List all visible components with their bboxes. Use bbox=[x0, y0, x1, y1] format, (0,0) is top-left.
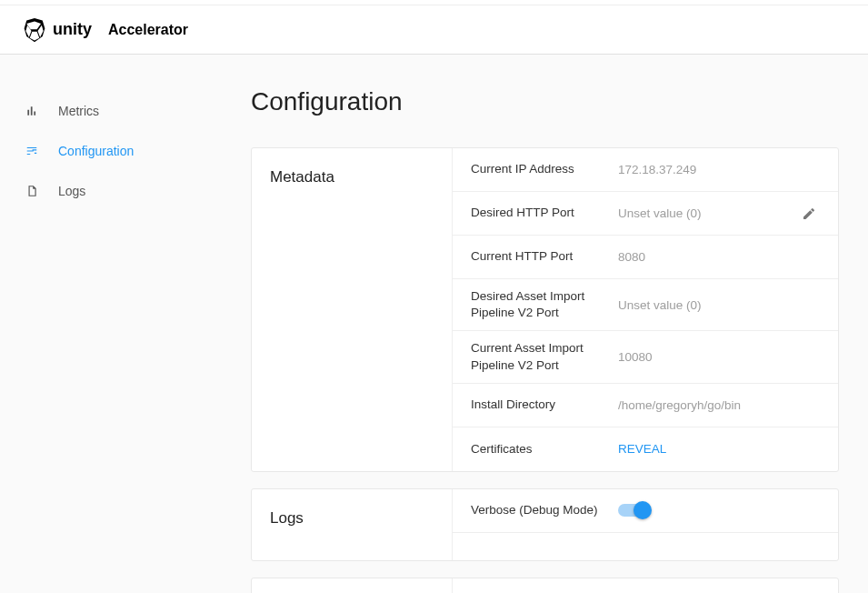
sidebar-item-metrics[interactable]: Metrics bbox=[0, 91, 236, 131]
row-value: 172.18.37.249 bbox=[618, 163, 820, 176]
row-value: 8080 bbox=[618, 250, 820, 264]
row-value bbox=[618, 504, 820, 517]
row-collab-id: ID accel_id bbox=[452, 578, 838, 593]
row-desired-http-port: Desired HTTP Port Unset value (0) bbox=[452, 192, 838, 236]
sidebar-item-label: Logs bbox=[58, 184, 85, 198]
row-current-asset-port: Current Asset Import Pipeline V2 Port 10… bbox=[452, 331, 838, 383]
section-title: Metadata bbox=[252, 148, 452, 471]
row-label: Desired Asset Import Pipeline V2 Port bbox=[471, 288, 607, 321]
row-label: Certificates bbox=[471, 441, 607, 457]
row-label: Install Directory bbox=[471, 397, 607, 413]
unity-cube-icon bbox=[22, 17, 47, 43]
row-label: Current HTTP Port bbox=[471, 248, 607, 265]
row-verbose: Verbose (Debug Mode) bbox=[452, 489, 838, 533]
main-content: Configuration Metadata Current IP Addres… bbox=[236, 55, 868, 593]
row-value: Unset value (0) bbox=[618, 206, 787, 220]
row-certificates: Certificates REVEAL bbox=[452, 427, 838, 471]
pencil-icon bbox=[802, 206, 816, 221]
verbose-toggle[interactable] bbox=[618, 504, 649, 517]
sidebar-item-label: Metrics bbox=[58, 104, 99, 118]
row-current-ip: Current IP Address 172.18.37.249 bbox=[452, 148, 838, 192]
row-value: /home/gregoryh/go/bin bbox=[618, 398, 820, 412]
sidebar-item-logs[interactable]: Logs bbox=[0, 171, 236, 211]
sidebar: Metrics Configuration Logs bbox=[0, 55, 236, 593]
row-label: Verbose (Debug Mode) bbox=[471, 502, 607, 518]
row-desired-asset-port: Desired Asset Import Pipeline V2 Port Un… bbox=[452, 279, 838, 331]
document-icon bbox=[24, 185, 40, 197]
logs-section: Logs Verbose (Debug Mode) bbox=[251, 488, 839, 561]
unity-logo: unity bbox=[22, 17, 92, 43]
row-current-http-port: Current HTTP Port 8080 bbox=[452, 236, 838, 279]
section-title: Logs bbox=[252, 489, 452, 560]
row-empty bbox=[452, 533, 838, 560]
sliders-icon bbox=[24, 145, 40, 157]
row-label: Current Asset Import Pipeline V2 Port bbox=[471, 340, 607, 373]
page-title: Configuration bbox=[251, 87, 839, 116]
row-label: Desired HTTP Port bbox=[471, 205, 607, 221]
row-install-dir: Install Directory /home/gregoryh/go/bin bbox=[452, 384, 838, 427]
brand-text: unity bbox=[53, 20, 92, 39]
sidebar-item-configuration[interactable]: Configuration bbox=[0, 131, 236, 171]
app-title: Accelerator bbox=[108, 22, 188, 38]
sidebar-item-label: Configuration bbox=[58, 144, 134, 158]
row-label: Current IP Address bbox=[471, 161, 607, 177]
app-header: unity Accelerator bbox=[0, 5, 868, 55]
reveal-link[interactable]: REVEAL bbox=[618, 442, 820, 456]
metadata-section: Metadata Current IP Address 172.18.37.24… bbox=[251, 147, 839, 472]
collaborate-section: Collaborate ID accel_id bbox=[251, 578, 839, 593]
section-title: Collaborate bbox=[252, 578, 452, 593]
edit-button[interactable] bbox=[798, 206, 820, 221]
row-value: Unset value (0) bbox=[618, 298, 820, 312]
row-value: 10080 bbox=[618, 350, 820, 364]
bar-chart-icon bbox=[24, 105, 40, 117]
